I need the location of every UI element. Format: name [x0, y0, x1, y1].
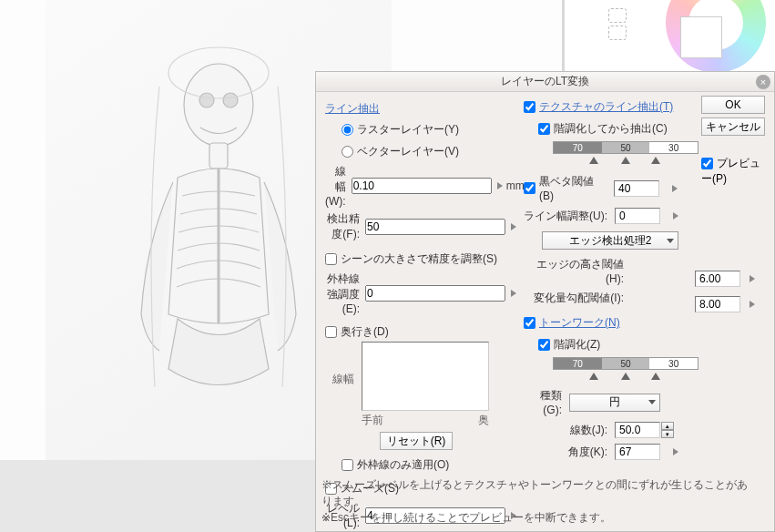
detect-acc-label: 検出精度(F):: [325, 211, 365, 242]
line-width-adj-expand[interactable]: [673, 212, 678, 220]
slider-z-seg-2: 30: [649, 358, 698, 369]
line-width-expand[interactable]: [497, 182, 503, 189]
slider-c-seg-2: 30: [649, 142, 698, 153]
line-width-adj-label: ライン幅調整(U):: [524, 209, 615, 224]
depth-graph[interactable]: [362, 342, 489, 411]
texture-line-label: テクスチャのライン抽出(T): [539, 99, 673, 115]
change-gradient-expand[interactable]: [750, 301, 755, 308]
graph-back-label: 奥: [478, 413, 489, 428]
svg-point-2: [223, 93, 238, 107]
svg-rect-3: [209, 143, 228, 169]
angle-expand[interactable]: [673, 448, 678, 455]
svg-point-1: [199, 93, 214, 107]
change-gradient-input[interactable]: [695, 296, 740, 312]
hint-text: ※スムーズレベルを上げるとテクスチャやトーンワークとの間にずれが生じることがあり…: [316, 476, 762, 526]
scene-adjust-label: シーンの大きさで精度を調整(S): [341, 251, 503, 267]
posterize-c-label: 階調化してから抽出(C): [554, 121, 673, 137]
angle-label: 角度(K):: [524, 445, 615, 460]
detect-acc-expand[interactable]: [511, 223, 516, 230]
slider-z-thumb-1[interactable]: [589, 373, 598, 380]
slider-z-seg-0: 70: [554, 358, 602, 369]
outline-only-checkbox[interactable]: [342, 459, 353, 471]
scene-adjust-checkbox[interactable]: [325, 253, 337, 265]
posterize-z-slider[interactable]: 70 50 30: [553, 357, 699, 370]
chevron-down-icon: [667, 239, 674, 243]
vector-label: ベクターレイヤー(V): [357, 144, 464, 159]
edge-height-label: エッジの高さ閾値(H):: [524, 257, 631, 285]
type-dropdown[interactable]: 円: [569, 394, 660, 412]
posterize-c-checkbox[interactable]: [538, 123, 550, 135]
angle-input[interactable]: [615, 444, 660, 460]
outline-strength-label: 外枠線強調度(E):: [325, 271, 365, 315]
preview-checkbox[interactable]: [701, 158, 713, 169]
type-value: 円: [609, 394, 620, 410]
posterize-z-checkbox[interactable]: [538, 339, 550, 351]
black-thresh-checkbox[interactable]: [524, 182, 535, 194]
black-thresh-label: 黒ベタ閾値(B): [539, 174, 614, 202]
line-extract-title: ライン抽出: [325, 101, 516, 117]
line-width-input[interactable]: [352, 178, 492, 194]
cancel-button[interactable]: キャンセル: [701, 118, 765, 136]
raster-radio[interactable]: [342, 124, 353, 136]
edge-height-expand[interactable]: [750, 275, 755, 282]
line-width-label: 線幅(W):: [325, 164, 352, 208]
selection-rect-icon[interactable]: [608, 8, 627, 23]
tonework-checkbox[interactable]: [524, 317, 535, 329]
slider-c-seg-1: 50: [602, 142, 650, 153]
slider-c-thumb-1[interactable]: [589, 157, 598, 164]
tonework-label: トーンワーク(N): [539, 315, 620, 331]
color-swatch[interactable]: [680, 16, 722, 58]
raster-label: ラスターレイヤー(Y): [357, 122, 464, 138]
posterize-z-label: 階調化(Z): [554, 337, 606, 353]
lasso-icon[interactable]: [608, 26, 627, 40]
lines-spinner[interactable]: ▴▾: [661, 422, 674, 438]
line-width-adj-input[interactable]: [615, 208, 660, 224]
slider-z-thumb-2[interactable]: [621, 373, 630, 380]
slider-c-thumb-2[interactable]: [621, 157, 630, 164]
edge-height-input[interactable]: [695, 271, 740, 287]
black-thresh-input[interactable]: [614, 180, 659, 197]
graph-front-label: 手前: [362, 413, 383, 428]
vector-radio[interactable]: [342, 146, 353, 158]
detect-acc-input[interactable]: [365, 219, 505, 235]
posterize-c-slider[interactable]: 70 50 30: [553, 141, 699, 154]
slider-z-seg-1: 50: [602, 358, 650, 369]
outline-strength-expand[interactable]: [511, 290, 516, 297]
lt-convert-dialog: レイヤーのLT変換 × OK キャンセル プレビュー(P) ライン抽出 ラスター…: [315, 71, 775, 532]
slider-z-thumb-3[interactable]: [651, 373, 660, 380]
graph-vlabel: 線幅: [325, 344, 362, 387]
outline-only-label: 外枠線のみ適用(O): [357, 457, 454, 473]
close-button[interactable]: ×: [756, 75, 770, 89]
ok-button[interactable]: OK: [701, 96, 765, 114]
dialog-title: レイヤーのLT変換: [501, 74, 589, 89]
depth-checkbox[interactable]: [325, 326, 337, 338]
edge-method-value: エッジ検出処理2: [569, 233, 652, 249]
type-label: 種類(G):: [524, 388, 569, 416]
depth-label: 奥行き(D): [341, 324, 394, 340]
color-wheel-panel: [620, 0, 766, 64]
hint-1: ※スムーズレベルを上げるとテクスチャやトーンワークとの間にずれが生じることがあり…: [321, 476, 757, 509]
change-gradient-label: 変化量勾配閾値(I):: [524, 291, 631, 306]
dialog-titlebar[interactable]: レイヤーのLT変換 ×: [316, 72, 774, 92]
line-width-unit: mm: [506, 179, 525, 192]
slider-c-seg-0: 70: [554, 142, 602, 153]
texture-line-checkbox[interactable]: [524, 101, 535, 113]
lines-input[interactable]: [615, 422, 660, 438]
lines-label: 線数(J):: [524, 423, 615, 438]
chevron-down-icon: [648, 400, 656, 404]
slider-c-thumb-3[interactable]: [651, 157, 660, 164]
edge-method-dropdown[interactable]: エッジ検出処理2: [542, 231, 678, 250]
black-thresh-expand[interactable]: [672, 185, 678, 192]
reset-button[interactable]: リセット(R): [380, 432, 453, 450]
hint-2: ※Escキーを押し続けることでプレビューを中断できます。: [321, 509, 757, 526]
outline-strength-input[interactable]: [365, 285, 505, 302]
